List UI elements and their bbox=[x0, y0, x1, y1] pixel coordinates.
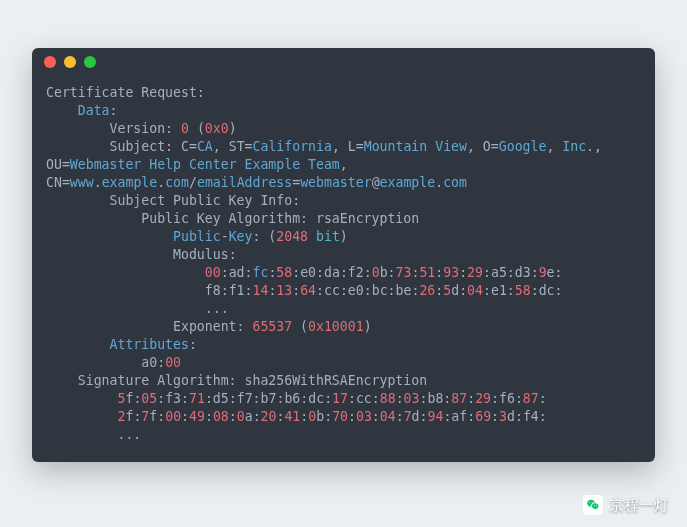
watermark-text: 京程一灯 bbox=[609, 496, 669, 515]
zoom-icon[interactable] bbox=[84, 56, 96, 68]
close-icon[interactable] bbox=[44, 56, 56, 68]
titlebar bbox=[32, 48, 655, 76]
wechat-icon bbox=[583, 495, 603, 515]
minimize-icon[interactable] bbox=[64, 56, 76, 68]
terminal-content: Certificate Request: Data: Version: 0 (0… bbox=[32, 76, 655, 444]
terminal-window: Certificate Request: Data: Version: 0 (0… bbox=[32, 48, 655, 462]
watermark: 京程一灯 bbox=[583, 495, 669, 515]
